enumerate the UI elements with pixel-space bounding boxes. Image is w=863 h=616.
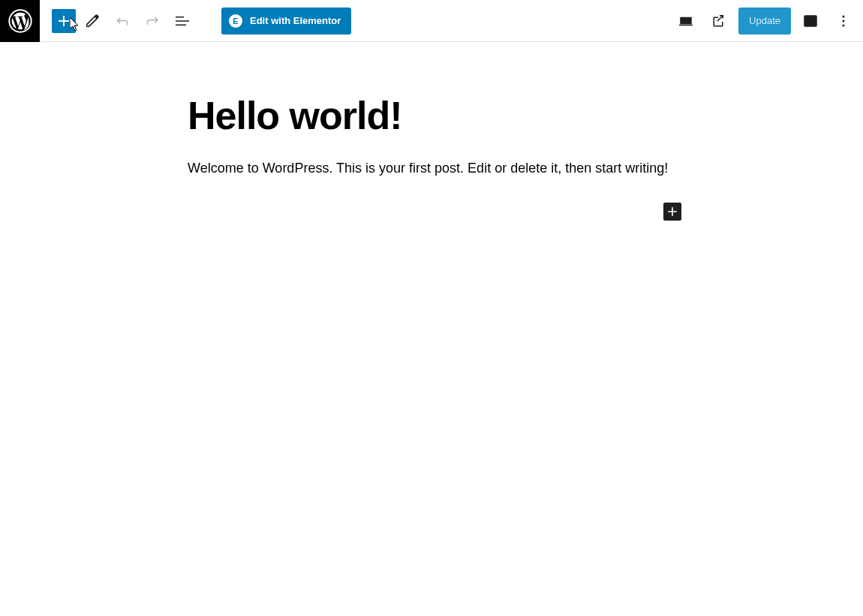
elementor-icon: E [229, 14, 242, 28]
post-title[interactable]: Hello world! [188, 95, 675, 137]
tools-button[interactable] [79, 8, 106, 35]
wordpress-logo-button[interactable] [0, 0, 40, 42]
document-overview-icon [173, 12, 191, 30]
document-overview-button[interactable] [169, 8, 196, 35]
redo-icon [143, 12, 161, 30]
editor-top-bar: E Edit with Elementor Update [0, 0, 863, 42]
undo-icon [113, 12, 131, 30]
pencil-icon [83, 12, 101, 30]
external-link-icon [710, 12, 728, 30]
sidebar-toggle-icon [801, 12, 819, 30]
toggle-block-inserter-button[interactable] [52, 9, 76, 33]
svg-point-4 [843, 20, 845, 22]
editor-content-area: Hello world! Welcome to WordPress. This … [0, 42, 863, 179]
update-button[interactable]: Update [738, 8, 791, 35]
settings-button[interactable] [797, 8, 824, 35]
plus-icon [55, 12, 73, 30]
redo-button[interactable] [139, 8, 166, 35]
elementor-button-label: Edit with Elementor [250, 15, 341, 26]
add-block-button[interactable] [663, 203, 681, 221]
options-button[interactable] [830, 8, 857, 35]
toolbar-left-group: E Edit with Elementor [40, 8, 672, 35]
undo-button[interactable] [109, 8, 136, 35]
plus-icon [665, 204, 680, 219]
svg-point-3 [843, 15, 845, 17]
laptop-icon [677, 12, 695, 30]
post-content: Hello world! Welcome to WordPress. This … [188, 95, 675, 179]
post-paragraph[interactable]: Welcome to WordPress. This is your first… [188, 158, 675, 179]
svg-point-5 [843, 24, 845, 26]
toolbar-right-group: Update [672, 8, 863, 35]
more-vertical-icon [834, 12, 852, 30]
view-post-button[interactable] [705, 8, 732, 35]
svg-rect-1 [804, 16, 816, 26]
edit-with-elementor-button[interactable]: E Edit with Elementor [221, 8, 351, 35]
wordpress-logo-icon [8, 9, 32, 33]
view-button[interactable] [672, 8, 699, 35]
